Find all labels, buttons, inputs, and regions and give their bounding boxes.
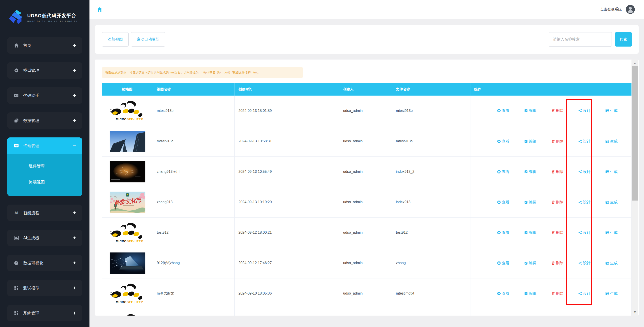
delete-link[interactable]: 删除 bbox=[551, 200, 564, 205]
monitor-icon bbox=[14, 143, 19, 148]
create-time-cell: 2024-09-13 15:01:59 bbox=[235, 96, 339, 126]
sidebar-item-grid-9[interactable]: 系统管理 + bbox=[7, 305, 82, 321]
create-time-cell bbox=[235, 309, 339, 315]
sidebar-item-label: 系统管理 bbox=[23, 310, 73, 316]
file-name-cell: mtest913b bbox=[392, 96, 470, 126]
start-auto-update-button[interactable]: 启动自动更新 bbox=[131, 32, 165, 47]
expand-icon[interactable]: + bbox=[73, 118, 76, 123]
view-link[interactable]: 查看 bbox=[497, 169, 509, 174]
add-view-button[interactable]: 添加视图 bbox=[102, 32, 128, 47]
edit-link[interactable]: 编辑 bbox=[524, 169, 536, 174]
creator-cell: udso_admin bbox=[339, 248, 392, 278]
delete-link[interactable]: 删除 bbox=[551, 139, 564, 144]
delete-link[interactable]: 删除 bbox=[551, 169, 564, 174]
table-header-row: 缩略图视图名称创建时间创建人文件名称操作 bbox=[102, 83, 632, 96]
create-time-cell: 2024-09-12 18:00:21 bbox=[235, 217, 339, 248]
login-button[interactable]: 点击登录系统 bbox=[600, 7, 622, 12]
generate-link[interactable]: 生成 bbox=[605, 230, 618, 235]
column-header: 创建人 bbox=[339, 83, 392, 96]
views-table: 缩略图视图名称创建时间创建人文件名称操作 MICROBEE-HTTP mtest… bbox=[102, 83, 632, 315]
file-name-cell: index913 bbox=[392, 187, 470, 217]
submenu: 组件管理终端视图 bbox=[7, 154, 82, 196]
sidebar-item-label: AI生成器 bbox=[23, 235, 73, 241]
edit-link[interactable]: 编辑 bbox=[524, 139, 536, 144]
sidebar-item-image-2[interactable]: 代码助手 + bbox=[7, 87, 82, 104]
sidebar-item-bars-6[interactable]: AI生成器 + bbox=[7, 230, 82, 246]
view-link[interactable]: 查看 bbox=[497, 230, 509, 235]
submenu-item[interactable]: 组件管理 bbox=[7, 158, 82, 174]
generate-link[interactable]: 生成 bbox=[605, 200, 618, 205]
generate-link[interactable]: 生成 bbox=[605, 291, 618, 296]
column-header: 操作 bbox=[470, 83, 632, 96]
edit-link[interactable]: 编辑 bbox=[524, 200, 536, 205]
sidebar-item-gear-1[interactable]: 模型管理 + bbox=[7, 62, 82, 79]
generate-link[interactable]: 生成 bbox=[605, 169, 618, 174]
expand-icon[interactable]: + bbox=[73, 260, 76, 266]
sidebar-item-copy-3[interactable]: 数据管理 + bbox=[7, 112, 82, 129]
delete-link[interactable]: 删除 bbox=[551, 291, 564, 296]
edit-link[interactable]: 编辑 bbox=[524, 108, 536, 113]
view-name-cell: mtest913b bbox=[153, 96, 235, 126]
notice-banner: 视图生成成功后，可在浏览器内进行访问生成的html页面。访问路径为：http:/… bbox=[102, 67, 303, 78]
design-link[interactable]: 设计 bbox=[578, 260, 590, 266]
expand-icon[interactable]: + bbox=[73, 43, 76, 48]
expand-icon[interactable]: + bbox=[73, 235, 76, 241]
scroll-up-arrow[interactable]: ▲ bbox=[632, 61, 638, 65]
design-link[interactable]: 设计 bbox=[578, 169, 590, 174]
scroll-down-arrow[interactable]: ▼ bbox=[632, 310, 638, 314]
expand-icon[interactable]: + bbox=[73, 210, 76, 215]
table-row: mtest913a 2024-09-13 10:58:31 udso_admin… bbox=[102, 126, 632, 156]
design-link[interactable]: 设计 bbox=[578, 291, 590, 296]
home-icon bbox=[14, 43, 19, 48]
submenu-item[interactable]: 终端视图 bbox=[7, 174, 82, 190]
view-link[interactable]: 查看 bbox=[497, 291, 509, 296]
vertical-scrollbar[interactable]: ▲ ▼ bbox=[632, 60, 638, 315]
expand-icon[interactable]: + bbox=[73, 310, 76, 316]
home-icon[interactable] bbox=[97, 7, 102, 12]
creator-cell: udso_admin bbox=[339, 126, 392, 156]
table-row: MICROBEE-HTTP mtest913b 2024-09-13 15:01… bbox=[102, 96, 632, 126]
sidebar-item-label: 首页 bbox=[23, 43, 73, 48]
brand-title: UDSO低代码开发平台 bbox=[27, 13, 79, 19]
view-link[interactable]: 查看 bbox=[497, 200, 509, 205]
generate-link[interactable]: 生成 bbox=[605, 139, 618, 144]
creator-cell: udso_admin bbox=[339, 217, 392, 248]
search-button[interactable]: 搜索 bbox=[615, 32, 632, 47]
ai-icon: AI bbox=[14, 210, 19, 215]
delete-link[interactable]: 删除 bbox=[551, 230, 564, 235]
view-list-panel: 视图生成成功后，可在浏览器内进行访问生成的html页面。访问路径为：http:/… bbox=[95, 60, 639, 315]
sidebar-item-monitor-4[interactable]: 终端管理 − 组件管理终端视图 bbox=[7, 137, 82, 196]
gear-icon bbox=[14, 68, 19, 73]
create-time-cell: 2024-09-10 18:05:36 bbox=[235, 278, 339, 309]
expand-icon[interactable]: + bbox=[73, 93, 76, 98]
view-link[interactable]: 查看 bbox=[497, 139, 509, 144]
file-name-cell: mtest913a bbox=[392, 126, 470, 156]
sidebar-menu: 首页 + 模型管理 + 代码助手 + 数据管理 + 终端管理 − 组件管理终端视… bbox=[0, 32, 90, 321]
delete-link[interactable]: 删除 bbox=[551, 260, 564, 266]
search-input[interactable] bbox=[549, 32, 612, 47]
generate-link[interactable]: 生成 bbox=[605, 260, 618, 266]
user-avatar-icon[interactable] bbox=[626, 5, 635, 14]
expand-icon[interactable]: + bbox=[73, 285, 76, 291]
design-link[interactable]: 设计 bbox=[578, 139, 590, 144]
grid-icon bbox=[14, 311, 19, 315]
edit-link[interactable]: 编辑 bbox=[524, 230, 536, 235]
scrollbar-thumb[interactable] bbox=[632, 66, 638, 201]
view-link[interactable]: 查看 bbox=[497, 108, 509, 113]
sidebar-item-ai-5[interactable]: AI 智能流程 + bbox=[7, 205, 82, 221]
delete-link[interactable]: 删除 bbox=[551, 108, 564, 113]
edit-link[interactable]: 编辑 bbox=[524, 260, 536, 266]
expand-icon[interactable]: − bbox=[73, 143, 76, 148]
design-link[interactable]: 设计 bbox=[578, 200, 590, 205]
expand-icon[interactable]: + bbox=[73, 68, 76, 73]
creator-cell: udso_admin bbox=[339, 278, 392, 309]
creator-cell: udso_admin bbox=[339, 156, 392, 187]
sidebar-item-home-0[interactable]: 首页 + bbox=[7, 37, 82, 54]
design-link[interactable]: 设计 bbox=[578, 230, 590, 235]
sidebar-item-pie-7[interactable]: 数据可视化 + bbox=[7, 255, 82, 271]
generate-link[interactable]: 生成 bbox=[605, 108, 618, 113]
sidebar-item-grid-8[interactable]: 测试模型 + bbox=[7, 280, 82, 296]
view-link[interactable]: 查看 bbox=[497, 260, 509, 266]
edit-link[interactable]: 编辑 bbox=[524, 291, 536, 296]
design-link[interactable]: 设计 bbox=[578, 108, 590, 113]
